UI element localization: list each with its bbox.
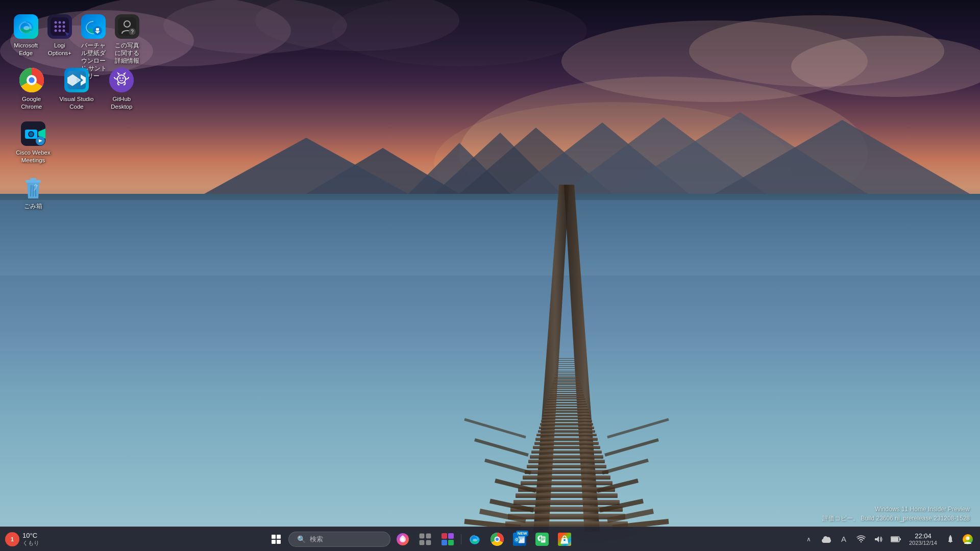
windows-version-text: Windows 11 Home Insider Preview 評価コピー。 B… [822, 505, 970, 523]
widgets-icon [439, 531, 456, 547]
onedrive-cloud-svg [822, 536, 831, 543]
svg-rect-49 [546, 406, 587, 407]
svg-rect-169 [899, 538, 901, 540]
battery-svg [891, 536, 901, 542]
svg-line-135 [31, 185, 31, 196]
svg-rect-72 [557, 362, 576, 363]
svg-rect-48 [545, 408, 589, 410]
svg-text:?: ? [131, 29, 134, 35]
svg-marker-167 [875, 536, 879, 542]
copilot-icon [395, 531, 411, 547]
windows-logo-icon [272, 535, 281, 544]
svg-line-76 [485, 460, 531, 473]
tray-volume-icon[interactable] [870, 529, 887, 549]
svg-rect-47 [544, 411, 589, 413]
taskbar-edge[interactable] [464, 529, 485, 549]
taskbar-evernote[interactable] [532, 529, 552, 549]
tray-wifi-icon[interactable] [853, 529, 869, 549]
svg-point-98 [54, 30, 57, 32]
taskbar-outlook[interactable]: O NEW [509, 529, 530, 549]
svg-point-130 [29, 132, 33, 136]
svg-rect-41 [538, 430, 595, 433]
tray-account-icon[interactable] [960, 529, 976, 549]
taskbar-chrome[interactable] [487, 529, 507, 549]
weather-alert-count: 1 [11, 536, 14, 542]
photo-info-icon-img: ? [115, 14, 139, 39]
weather-condition: くもり [22, 540, 39, 546]
desktop-icon-logi-options[interactable]: Logi Options+ [44, 10, 75, 61]
svg-rect-143 [426, 540, 431, 545]
svg-rect-50 [546, 403, 587, 405]
svg-rect-43 [540, 423, 593, 425]
svg-point-97 [62, 26, 65, 28]
tray-hidden-icons-button[interactable]: ∧ [801, 529, 817, 549]
taskbar-copilot[interactable] [393, 529, 413, 549]
taskbar: 1 10°C くもり 🔍 検索 [0, 527, 980, 551]
svg-rect-36 [531, 450, 602, 454]
desktop-icon-virtual-wallpaper[interactable]: バーチャル壁紙ダウンロード-サントリー [78, 10, 109, 61]
svg-rect-40 [536, 434, 597, 436]
svg-rect-59 [552, 384, 581, 385]
edge-label: Microsoft Edge [12, 42, 39, 57]
tray-notification-icon[interactable] [942, 529, 959, 549]
search-bar[interactable]: 🔍 検索 [288, 532, 390, 547]
svg-rect-147 [448, 540, 454, 545]
clock-date: 2023/12/14 [909, 540, 937, 546]
svg-rect-73 [557, 360, 576, 361]
svg-rect-28 [516, 493, 618, 498]
volume-svg [874, 535, 883, 544]
clock-area[interactable]: 22:04 2023/12/14 [905, 532, 941, 546]
start-button[interactable] [266, 529, 286, 549]
svg-point-94 [62, 21, 65, 24]
tray-battery-icon[interactable] [888, 529, 904, 549]
webex-label: Cisco Webex Meetings [12, 149, 54, 164]
system-tray: ∧ A [797, 529, 980, 549]
taskbar-widgets[interactable] [437, 529, 458, 549]
svg-rect-57 [551, 388, 582, 389]
webex-icon-img [21, 121, 45, 146]
svg-rect-46 [543, 414, 590, 416]
svg-rect-52 [548, 398, 585, 399]
svg-rect-163 [542, 538, 545, 539]
outlook-new-badge: NEW [516, 531, 529, 536]
svg-rect-66 [555, 374, 578, 374]
desktop-icon-vscode[interactable]: Visual Studio Code [55, 64, 97, 115]
pier-structure [413, 185, 720, 532]
taskbar-store[interactable] [554, 529, 575, 549]
svg-rect-63 [554, 378, 579, 379]
desktop-icon-cisco-webex[interactable]: Cisco Webex Meetings [10, 117, 56, 168]
tray-language-icon[interactable]: A [836, 529, 852, 549]
svg-line-78 [464, 419, 526, 437]
svg-point-121 [118, 76, 125, 83]
weather-widget[interactable]: 1 10°C くもり [0, 530, 44, 548]
svg-rect-140 [420, 534, 424, 538]
wifi-signal-svg [856, 535, 866, 544]
desktop-icon-google-chrome[interactable]: Google Chrome [10, 64, 53, 115]
svg-rect-166 [564, 539, 566, 541]
svg-rect-70 [556, 366, 577, 367]
svg-rect-45 [542, 417, 591, 419]
svg-rect-145 [448, 533, 454, 539]
svg-rect-30 [521, 481, 612, 485]
desktop-icon-trash[interactable]: ごみ箱 [10, 171, 56, 222]
svg-rect-31 [523, 475, 610, 480]
desktop-icon-photo-info[interactable]: ? この写真に関する詳細情報 [112, 10, 143, 61]
desktop-icon-microsoft-edge[interactable]: Microsoft Edge [10, 10, 41, 61]
taskbar-taskview[interactable] [415, 529, 435, 549]
search-icon: 🔍 [297, 535, 306, 543]
desktop-icon-github-desktop[interactable]: GitHub Desktop [101, 64, 143, 115]
svg-rect-69 [556, 368, 577, 369]
virtual-wallpaper-icon-img [81, 14, 106, 39]
tray-onedrive-icon[interactable] [818, 529, 835, 549]
taskbar-center: 🔍 検索 [44, 529, 797, 549]
svg-rect-44 [541, 420, 592, 422]
svg-line-83 [602, 460, 648, 473]
chrome-icon-img [19, 68, 44, 92]
svg-rect-68 [556, 371, 577, 371]
svg-rect-62 [553, 380, 580, 381]
trash-label: ごみ箱 [24, 203, 42, 210]
svg-rect-60 [552, 383, 581, 384]
vscode-label: Visual Studio Code [57, 95, 95, 111]
svg-text:O: O [516, 538, 519, 541]
svg-rect-71 [557, 364, 576, 365]
